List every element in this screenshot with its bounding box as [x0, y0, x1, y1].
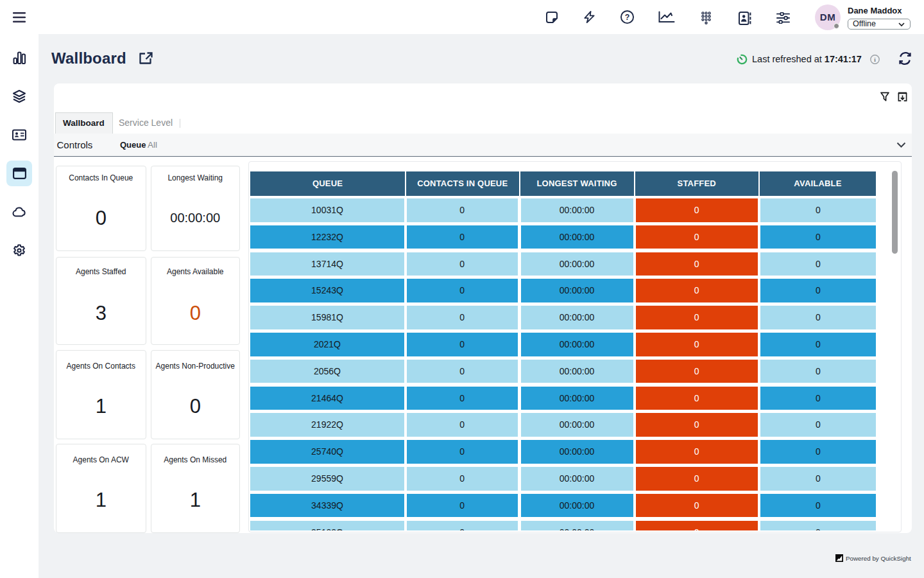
svg-text:?: ?	[625, 13, 630, 22]
svg-text:i: i	[874, 57, 876, 63]
